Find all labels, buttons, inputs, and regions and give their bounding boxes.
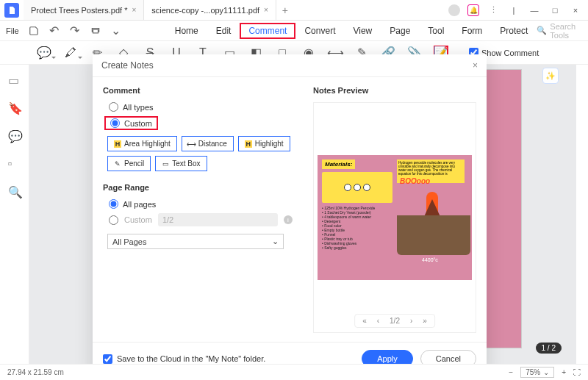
- save-cloud-label: Save to the Cloud in the "My Note" folde…: [117, 354, 265, 363]
- user-avatar[interactable]: [448, 4, 460, 16]
- dialog-body: Comment All types Custom HArea Highlight…: [93, 77, 487, 342]
- dialog-close-button[interactable]: ×: [473, 60, 478, 71]
- custom-range-field[interactable]: 1/2: [158, 213, 278, 226]
- dialog-header: Create Notes ×: [93, 54, 487, 77]
- menu-edit[interactable]: Edit: [207, 23, 240, 39]
- tab-item[interactable]: science-copy -...opy11111.pdf ×: [144, 0, 276, 20]
- chip-pencil[interactable]: ✎Pencil: [107, 156, 151, 171]
- zoom-in-button[interactable]: +: [562, 368, 566, 376]
- chip-area-highlight[interactable]: HArea Highlight: [107, 136, 177, 151]
- page-filter-select[interactable]: All Pages ⌄: [107, 234, 284, 249]
- preview-viewport: Materials: • 125ml 10% Hydrogen Peroxide…: [313, 102, 476, 333]
- custom-range-row: Custom 1/2 i: [109, 213, 293, 226]
- create-notes-dialog: Create Notes × Comment All types Custom …: [93, 54, 487, 375]
- maximize-button[interactable]: □: [548, 4, 562, 17]
- notification-icon[interactable]: 🔔: [467, 4, 479, 16]
- preview-illustration: [322, 172, 392, 203]
- pager-next[interactable]: ›: [410, 317, 412, 325]
- all-types-input[interactable]: [109, 102, 118, 112]
- info-icon[interactable]: i: [284, 215, 293, 224]
- pager-value: 1/2: [390, 317, 400, 325]
- statusbar: 27.94 x 21.59 cm − 75% ⌄ + ⛶: [0, 364, 588, 380]
- attachments-icon[interactable]: ▫: [8, 157, 21, 171]
- undo-icon[interactable]: ↶: [49, 25, 60, 37]
- custom-type-radio[interactable]: Custom: [104, 116, 158, 130]
- menu-protect[interactable]: Protect: [491, 23, 537, 39]
- minimize-button[interactable]: —: [528, 4, 541, 17]
- chevron-down-icon: ⌄: [272, 237, 279, 246]
- menu-comment[interactable]: Comment: [240, 23, 295, 39]
- tab-label: science-copy -...opy11111.pdf: [151, 6, 259, 15]
- menu-page[interactable]: Page: [381, 23, 419, 39]
- tab-label: Protect Trees Posters.pdf *: [31, 6, 127, 15]
- all-types-label: All types: [123, 103, 154, 112]
- close-icon[interactable]: ×: [264, 6, 268, 14]
- fit-page-icon[interactable]: ⛶: [573, 368, 581, 376]
- show-comment-label: Show Comment: [481, 49, 539, 57]
- menubar-left: File ↶ ↷ ⌄: [6, 25, 122, 37]
- titlebar-controls: 🔔 ⋮ | — □ ×: [448, 4, 588, 17]
- search-icon: 🔍: [537, 26, 547, 35]
- ai-float-button[interactable]: ✨: [542, 68, 559, 84]
- all-types-radio[interactable]: All types: [103, 102, 293, 112]
- menu-tool[interactable]: Tool: [419, 23, 453, 39]
- menubar-right: 🔍 Search Tools ↗ ☁ ⤢: [537, 22, 588, 40]
- add-tab-button[interactable]: +: [276, 0, 294, 20]
- bookmarks-icon[interactable]: 🔖: [8, 101, 21, 115]
- more-icon[interactable]: ⋮: [487, 4, 500, 17]
- right-scrollbar[interactable]: [576, 65, 588, 380]
- boom-label: BOOooo: [400, 177, 430, 185]
- search-panel-icon[interactable]: 🔍: [8, 185, 21, 198]
- save-cloud-checkbox[interactable]: [103, 354, 112, 364]
- custom-range-label: Custom: [124, 215, 152, 224]
- zoom-out-button[interactable]: −: [509, 368, 513, 376]
- all-pages-radio[interactable]: All pages: [103, 199, 293, 209]
- menubar: File ↶ ↷ ⌄ Home Edit Comment Convert Vie…: [0, 21, 588, 41]
- titlebar: Protect Trees Posters.pdf * × science-co…: [0, 0, 588, 21]
- separator: |: [507, 4, 520, 17]
- file-menu[interactable]: File: [6, 26, 19, 35]
- redo-icon[interactable]: ↷: [69, 25, 81, 37]
- chip-text-box[interactable]: ▭Text Box: [155, 156, 207, 171]
- save-cloud-toggle[interactable]: Save to the Cloud in the "My Note" folde…: [103, 354, 265, 364]
- pager-prev[interactable]: ‹: [377, 317, 379, 325]
- save-icon[interactable]: [28, 25, 40, 37]
- close-icon[interactable]: ×: [132, 6, 136, 14]
- note-icon[interactable]: 💬: [37, 46, 51, 60]
- highlight-icon[interactable]: 🖍: [63, 46, 78, 60]
- pager-first[interactable]: «: [362, 317, 367, 325]
- left-sidebar: ▭ 🔖 💬 ▫ 🔍: [0, 65, 29, 380]
- custom-type-input[interactable]: [110, 118, 120, 128]
- menu-home[interactable]: Home: [166, 23, 207, 39]
- page-dimensions: 27.94 x 21.59 cm: [7, 368, 64, 376]
- materials-list: • 125ml 10% Hydrogen Peroxide • 1 Sachet…: [322, 206, 392, 250]
- temp-label: 4400°c: [422, 257, 438, 262]
- chevron-down-icon[interactable]: ⌄: [110, 25, 122, 37]
- tab-item[interactable]: Protect Trees Posters.pdf * ×: [24, 0, 144, 20]
- volcano-illustration: BOOooo 4400°c: [397, 177, 470, 265]
- dialog-settings: Comment All types Custom HArea Highlight…: [93, 77, 303, 342]
- menu-form[interactable]: Form: [453, 23, 491, 39]
- search-placeholder: Search Tools: [550, 22, 580, 40]
- chip-highlight[interactable]: HHighlight: [238, 136, 290, 151]
- preview-left-column: Materials: • 125ml 10% Hydrogen Peroxide…: [322, 159, 392, 276]
- preview-right-column: Hydrogen peroxide molecules are very uns…: [397, 159, 467, 276]
- custom-range-input[interactable]: [109, 215, 118, 225]
- print-icon[interactable]: [90, 25, 101, 37]
- statusbar-right: − 75% ⌄ + ⛶: [509, 367, 581, 378]
- zoom-level[interactable]: 75% ⌄: [520, 367, 554, 378]
- thumbnails-icon[interactable]: ▭: [8, 74, 21, 87]
- chip-distance[interactable]: ⟷Distance: [182, 136, 234, 151]
- all-pages-input[interactable]: [109, 199, 118, 209]
- dialog-preview: Notes Preview Materials: • 125ml 10% Hyd…: [303, 77, 487, 342]
- menu-tabs: Home Edit Comment Convert View Page Tool…: [166, 23, 537, 39]
- chevron-down-icon: ⌄: [543, 368, 549, 376]
- menu-view[interactable]: View: [344, 23, 381, 39]
- pager-last[interactable]: »: [423, 317, 427, 325]
- svg-rect-0: [93, 29, 98, 33]
- search-tools[interactable]: 🔍 Search Tools: [537, 22, 580, 40]
- comments-panel-icon[interactable]: 💬: [8, 129, 21, 143]
- menu-convert[interactable]: Convert: [295, 23, 344, 39]
- close-button[interactable]: ×: [569, 4, 582, 17]
- app-logo: [4, 3, 19, 18]
